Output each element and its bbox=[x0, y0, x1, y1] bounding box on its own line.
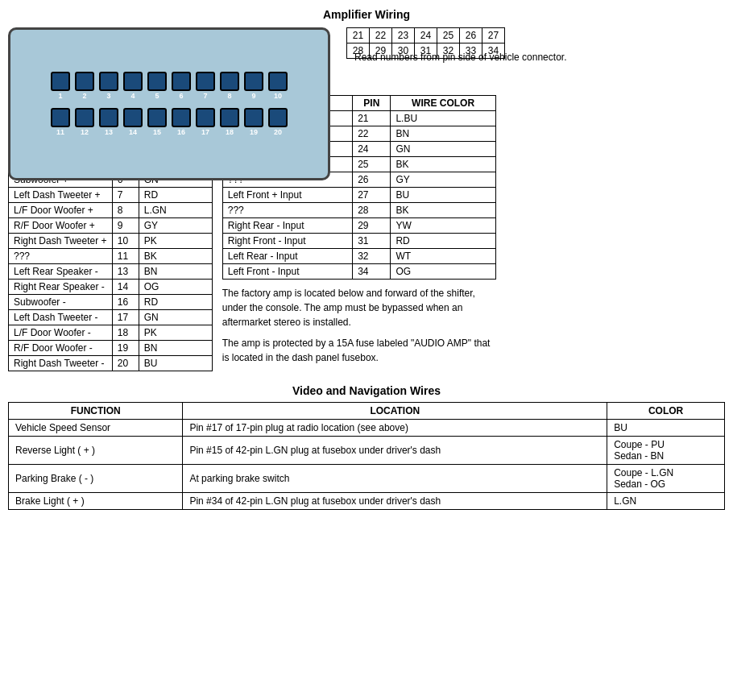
right-cell-3-2: BK bbox=[391, 157, 495, 172]
left-cell-5-1: 7 bbox=[112, 188, 139, 203]
right-table-row: Left Front - Input34OG bbox=[222, 264, 495, 280]
left-cell-12-0: Subwoofer - bbox=[9, 295, 113, 310]
right-cell-5-1: 27 bbox=[353, 188, 391, 203]
right-cell-4-1: 26 bbox=[353, 172, 391, 188]
pin-15: 15 bbox=[147, 108, 167, 136]
right-table-row: Right Front - Input31RD bbox=[222, 234, 495, 249]
nav-table-row: Vehicle Speed SensorPin #17 of 17-pin pl… bbox=[9, 420, 725, 437]
pin-cell-23: 23 bbox=[392, 28, 415, 43]
left-cell-14-2: PK bbox=[139, 325, 212, 341]
left-cell-12-2: RD bbox=[139, 295, 212, 310]
nav-section-title: Video and Navigation Wires bbox=[8, 384, 725, 397]
left-table-row: Left Dash Tweeter +7RD bbox=[9, 188, 213, 203]
left-cell-8-2: PK bbox=[139, 234, 212, 249]
nav-color-2: Coupe - L.GNSedan - OG bbox=[607, 465, 725, 493]
nav-function-3: Brake Light ( + ) bbox=[9, 493, 183, 510]
left-cell-16-0: Right Dash Tweeter - bbox=[9, 356, 113, 371]
right-header-color: WIRE COLOR bbox=[391, 96, 495, 111]
left-cell-15-2: BN bbox=[139, 341, 212, 356]
right-cell-7-2: YW bbox=[391, 218, 495, 234]
left-cell-7-0: R/F Door Woofer + bbox=[9, 218, 113, 234]
pin-10: 10 bbox=[268, 72, 288, 100]
pin-20: 20 bbox=[268, 108, 288, 136]
left-table-row: ???11BK bbox=[9, 249, 213, 264]
right-cell-9-0: Left Rear - Input bbox=[222, 249, 352, 264]
pin-14: 14 bbox=[123, 108, 143, 136]
left-table-row: R/F Door Woofer -19BN bbox=[9, 341, 213, 356]
left-cell-15-0: R/F Door Woofer - bbox=[9, 341, 113, 356]
left-cell-8-0: Right Dash Tweeter + bbox=[9, 234, 113, 249]
right-table-row: Left Front + Input27BU bbox=[222, 188, 495, 203]
right-cell-5-2: BU bbox=[391, 188, 495, 203]
left-cell-7-2: GY bbox=[139, 218, 212, 234]
nav-location-2: At parking brake switch bbox=[183, 465, 607, 493]
nav-header-location: LOCATION bbox=[183, 403, 607, 420]
right-cell-10-1: 34 bbox=[353, 264, 391, 280]
pin-row-bottom: 11 12 13 14 15 16 17 18 19 20 bbox=[51, 108, 288, 136]
left-table-row: L/F Door Woofer +8L.GN bbox=[9, 203, 213, 218]
info-text-1: The factory amp is located below and for… bbox=[222, 286, 496, 329]
left-cell-13-0: Left Dash Tweeter - bbox=[9, 310, 113, 325]
right-cell-1-2: BN bbox=[391, 126, 495, 142]
left-cell-16-2: BU bbox=[139, 356, 212, 371]
left-cell-10-1: 13 bbox=[112, 264, 139, 280]
left-cell-8-1: 10 bbox=[112, 234, 139, 249]
left-cell-7-1: 9 bbox=[112, 218, 139, 234]
pin-cell-27: 27 bbox=[482, 28, 505, 43]
left-table-row: Right Dash Tweeter -20BU bbox=[9, 356, 213, 371]
right-cell-0-2: L.BU bbox=[391, 111, 495, 126]
read-note: Read numbers from pin side of vehicle co… bbox=[354, 52, 725, 63]
left-table-row: R/F Door Woofer +9GY bbox=[9, 218, 213, 234]
right-table-row: Right Rear - Input29YW bbox=[222, 218, 495, 234]
nav-function-0: Vehicle Speed Sensor bbox=[9, 420, 183, 437]
right-cell-6-1: 28 bbox=[353, 203, 391, 218]
left-cell-16-1: 20 bbox=[112, 356, 139, 371]
right-cell-9-2: WT bbox=[391, 249, 495, 264]
info-text-2: The amp is protected by a 15A fuse label… bbox=[222, 336, 496, 365]
left-cell-6-1: 8 bbox=[112, 203, 139, 218]
left-cell-6-2: L.GN bbox=[139, 203, 212, 218]
nav-section: Video and Navigation Wires FUNCTION LOCA… bbox=[8, 384, 725, 510]
left-cell-9-0: ??? bbox=[9, 249, 113, 264]
connector-diagram: 1 2 3 4 5 6 7 8 9 10 11 12 13 14 15 16 1… bbox=[8, 27, 330, 180]
left-cell-11-2: OG bbox=[139, 280, 212, 295]
pin-4: 4 bbox=[123, 72, 143, 100]
nav-function-1: Reverse Light ( + ) bbox=[9, 437, 183, 465]
right-cell-7-0: Right Rear - Input bbox=[222, 218, 352, 234]
page-title: Amplifier Wiring bbox=[8, 8, 725, 21]
nav-wires-table: FUNCTION LOCATION COLOR Vehicle Speed Se… bbox=[8, 402, 725, 510]
pin-19: 19 bbox=[244, 108, 263, 136]
right-table-row: ???28BK bbox=[222, 203, 495, 218]
pin-12: 12 bbox=[75, 108, 94, 136]
nav-color-1: Coupe - PUSedan - BN bbox=[607, 437, 725, 465]
left-cell-10-0: Left Rear Speaker - bbox=[9, 264, 113, 280]
right-cell-4-2: GY bbox=[391, 172, 495, 188]
right-cell-10-0: Left Front - Input bbox=[222, 264, 352, 280]
left-cell-10-2: BN bbox=[139, 264, 212, 280]
left-table-row: Subwoofer -16RD bbox=[9, 295, 213, 310]
left-table-row: Right Rear Speaker -14OG bbox=[9, 280, 213, 295]
nav-location-0: Pin #17 of 17-pin plug at radio location… bbox=[183, 420, 607, 437]
pin-3: 3 bbox=[99, 72, 118, 100]
right-cell-1-1: 22 bbox=[353, 126, 391, 142]
pin-16: 16 bbox=[172, 108, 191, 136]
left-cell-14-1: 18 bbox=[112, 325, 139, 341]
right-cell-8-1: 31 bbox=[353, 234, 391, 249]
left-cell-13-1: 17 bbox=[112, 310, 139, 325]
pin-17: 17 bbox=[196, 108, 215, 136]
nav-color-cell: Sedan - BN bbox=[614, 450, 718, 462]
nav-header-function: FUNCTION bbox=[9, 403, 183, 420]
left-cell-11-0: Right Rear Speaker - bbox=[9, 280, 113, 295]
nav-header-color: COLOR bbox=[607, 403, 725, 420]
pin-cell-22: 22 bbox=[370, 28, 392, 43]
pin-cell-26: 26 bbox=[460, 28, 482, 43]
right-cell-5-0: Left Front + Input bbox=[222, 188, 352, 203]
right-cell-2-2: GN bbox=[391, 142, 495, 157]
pin-cell-21: 21 bbox=[347, 28, 370, 43]
pin-cell-25: 25 bbox=[437, 28, 460, 43]
left-table-row: Left Rear Speaker -13BN bbox=[9, 264, 213, 280]
pin-cell-24: 24 bbox=[415, 28, 437, 43]
pin-grid: 1 2 3 4 5 6 7 8 9 10 11 12 13 14 15 16 1… bbox=[51, 72, 288, 136]
nav-color-cell: Coupe - L.GN bbox=[614, 467, 718, 478]
nav-table-row: Parking Brake ( - )At parking brake swit… bbox=[9, 465, 725, 493]
